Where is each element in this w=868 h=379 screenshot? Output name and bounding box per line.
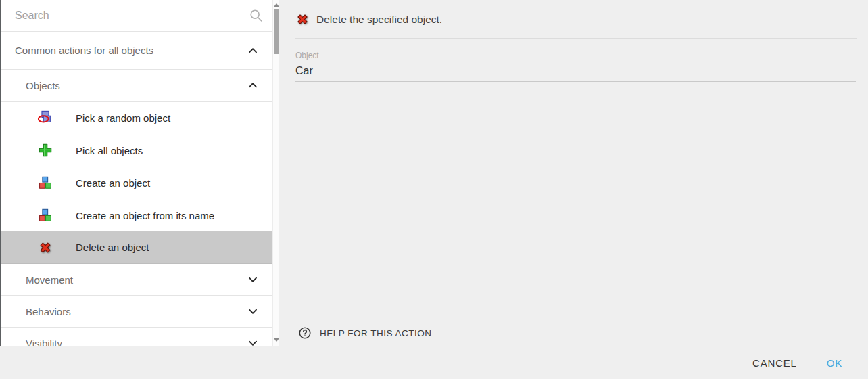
chevron-up-icon — [245, 43, 260, 58]
dialog-action-bar: CANCEL OK — [0, 347, 868, 379]
sidebar-scrollbar[interactable] — [272, 0, 279, 346]
action-item-pick-random-object[interactable]: Pick a random object — [1, 102, 274, 134]
help-circle-icon — [298, 326, 312, 340]
scrollbar-down-arrow[interactable] — [274, 338, 279, 343]
help-for-action-button[interactable]: HELP FOR THIS ACTION — [298, 324, 432, 342]
pick-all-objects-icon — [38, 143, 53, 158]
action-item-create-object[interactable]: Create an object — [1, 166, 274, 199]
cancel-button[interactable]: CANCEL — [742, 352, 808, 374]
section-behaviors[interactable]: Behaviors — [1, 296, 274, 328]
section-visibility[interactable]: Visibility — [1, 328, 274, 346]
instruction-editor-panel: Delete the specified object. Object HELP… — [279, 0, 868, 347]
chevron-down-icon — [245, 304, 260, 319]
instruction-selector-sidebar: Common actions for all objects Objects P… — [0, 0, 279, 346]
object-parameter-field: Object — [295, 51, 856, 82]
search-input[interactable] — [1, 0, 274, 31]
action-item-label: Create an object from its name — [76, 210, 214, 221]
edit-action-dialog: Common actions for all objects Objects P… — [0, 0, 868, 379]
action-item-pick-all-objects[interactable]: Pick all objects — [1, 134, 274, 166]
section-label: Movement — [26, 274, 73, 286]
chevron-down-icon — [245, 336, 260, 346]
scrollbar-up-arrow[interactable] — [274, 3, 279, 8]
search-icon — [249, 8, 264, 23]
action-item-create-object-from-name[interactable]: Create an object from its name — [1, 199, 274, 231]
section-label: Common actions for all objects — [15, 45, 153, 56]
section-common-actions[interactable]: Common actions for all objects — [1, 32, 274, 70]
section-label: Visibility — [26, 338, 62, 347]
section-movement[interactable]: Movement — [1, 264, 274, 296]
action-item-label: Pick a random object — [76, 112, 170, 124]
action-item-label: Delete an object — [76, 242, 149, 253]
chevron-down-icon — [245, 272, 260, 287]
action-item-label: Create an object — [76, 177, 150, 189]
delete-object-icon — [295, 12, 310, 26]
pick-random-object-icon — [38, 110, 53, 125]
search-bar — [1, 0, 274, 32]
create-object-icon — [38, 175, 53, 190]
delete-object-icon — [38, 240, 53, 255]
scrollbar-thumb[interactable] — [274, 9, 279, 54]
action-item-label: Pick all objects — [76, 145, 143, 156]
section-label: Objects — [26, 80, 60, 91]
ok-button[interactable]: OK — [816, 352, 853, 374]
instruction-header: Delete the specified object. — [279, 0, 868, 39]
section-label: Behaviors — [26, 306, 71, 317]
section-objects[interactable]: Objects — [1, 70, 274, 102]
create-object-from-name-icon — [38, 208, 53, 223]
action-item-delete-object[interactable]: Delete an object — [1, 231, 274, 264]
help-button-label: HELP FOR THIS ACTION — [320, 328, 432, 338]
chevron-up-icon — [245, 78, 260, 93]
object-field-label: Object — [295, 51, 856, 60]
object-field-input[interactable] — [295, 65, 856, 82]
instruction-title: Delete the specified object. — [316, 14, 442, 26]
